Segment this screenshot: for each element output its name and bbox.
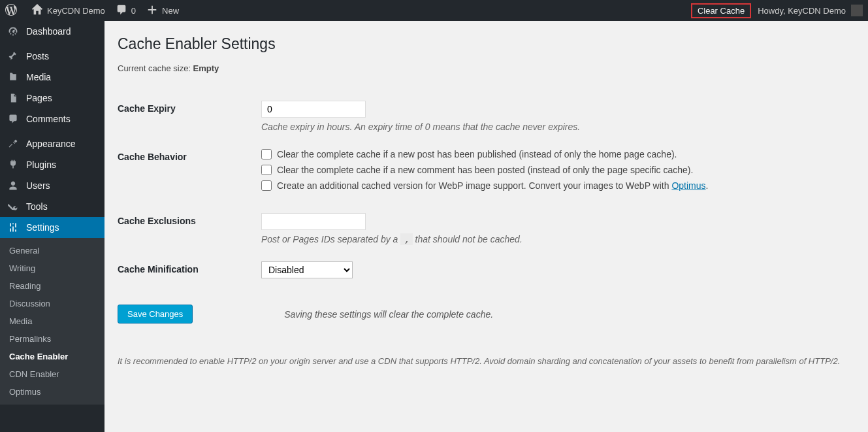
sidebar-item-pages[interactable]: Pages — [0, 88, 104, 108]
minification-label: Cache Minification — [118, 258, 261, 291]
exclusions-input[interactable] — [261, 213, 366, 230]
home-icon — [31, 4, 43, 18]
sidebar-item-label: Comments — [26, 114, 71, 124]
sidebar-item-label: Tools — [26, 201, 48, 212]
submenu-cache-enabler[interactable]: Cache Enabler — [0, 348, 104, 365]
avatar — [851, 5, 863, 16]
exclusions-desc: Post or Pages IDs separated by a , that … — [261, 234, 848, 244]
behavior-checkbox-1[interactable] — [261, 149, 272, 159]
page-icon — [8, 93, 21, 103]
behavior-checkbox-3[interactable] — [261, 180, 272, 191]
settings-submenu: General Writing Reading Discussion Media… — [0, 238, 104, 405]
submenu-cdn-enabler[interactable]: CDN Enabler — [0, 365, 104, 383]
tools-icon — [8, 201, 21, 212]
new-label: New — [162, 6, 179, 16]
exclusions-label: Cache Exclusions — [118, 209, 261, 258]
submenu-general[interactable]: General — [0, 242, 104, 259]
submenu-permalinks[interactable]: Permalinks — [0, 330, 104, 348]
main-content: Cache Enabler Settings Current cache siz… — [104, 21, 868, 432]
site-name-link[interactable]: KeyCDN Demo — [26, 0, 110, 21]
optimus-link[interactable]: Optimus — [671, 180, 705, 191]
cache-size-text: Current cache size: Empty — [118, 63, 855, 73]
behavior-label: Cache Behavior — [118, 145, 261, 209]
user-icon — [8, 180, 21, 191]
wp-logo[interactable] — [0, 0, 26, 21]
sidebar-item-tools[interactable]: Tools — [0, 196, 104, 217]
submenu-reading[interactable]: Reading — [0, 277, 104, 295]
account-link[interactable]: Howdy, KeyCDN Demo — [758, 5, 863, 16]
expiry-input[interactable] — [261, 101, 366, 118]
media-icon — [8, 72, 21, 82]
comment-icon — [8, 114, 21, 124]
behavior-checkbox-2[interactable] — [261, 165, 272, 175]
sidebar-item-dashboard[interactable]: Dashboard — [0, 21, 104, 42]
expiry-desc: Cache expiry in hours. An expiry time of… — [261, 122, 848, 132]
sidebar-item-comments[interactable]: Comments — [0, 108, 104, 129]
footer-note: It is recommended to enable HTTP/2 on yo… — [118, 356, 855, 366]
sidebar-item-label: Appearance — [26, 139, 76, 149]
plugin-icon — [8, 159, 21, 170]
minification-select[interactable]: Disabled — [261, 261, 353, 278]
site-name: KeyCDN Demo — [47, 6, 105, 16]
submenu-media[interactable]: Media — [0, 312, 104, 330]
submenu-discussion[interactable]: Discussion — [0, 295, 104, 312]
sidebar-item-users[interactable]: Users — [0, 175, 104, 196]
comment-icon — [116, 4, 127, 18]
sidebar-item-media[interactable]: Media — [0, 67, 104, 88]
settings-icon — [8, 222, 21, 233]
sidebar-item-settings[interactable]: Settings — [0, 217, 104, 238]
sidebar-item-appearance[interactable]: Appearance — [0, 133, 104, 154]
behavior-cb1-label: Clear the complete cache if a new post h… — [277, 149, 677, 159]
submenu-optimus[interactable]: Optimus — [0, 383, 104, 401]
behavior-cb3-label: Create an additional cached version for … — [277, 180, 708, 191]
admin-sidebar: Dashboard Posts Media Pages Comments App… — [0, 21, 104, 432]
sidebar-item-label: Plugins — [26, 159, 56, 170]
submenu-writing[interactable]: Writing — [0, 259, 104, 277]
page-title: Cache Enabler Settings — [118, 35, 855, 53]
pin-icon — [8, 51, 21, 61]
sidebar-item-label: Posts — [26, 51, 49, 61]
new-link[interactable]: New — [141, 0, 184, 21]
sidebar-item-plugins[interactable]: Plugins — [0, 154, 104, 175]
appearance-icon — [8, 139, 21, 149]
sidebar-item-label: Media — [26, 72, 51, 82]
wordpress-icon — [5, 4, 17, 18]
comments-link[interactable]: 0 — [110, 0, 141, 21]
expiry-label: Cache Expiry — [118, 97, 261, 145]
sidebar-item-label: Settings — [26, 222, 59, 233]
comments-count: 0 — [131, 6, 136, 16]
sidebar-item-label: Users — [26, 180, 50, 191]
plus-icon — [146, 4, 158, 18]
sidebar-item-label: Pages — [26, 93, 52, 103]
sidebar-item-posts[interactable]: Posts — [0, 46, 104, 67]
admin-bar: KeyCDN Demo 0 New Clear Cache Howdy, Key… — [0, 0, 868, 21]
save-desc: Saving these settings will clear the com… — [284, 309, 493, 320]
howdy-text: Howdy, KeyCDN Demo — [758, 6, 846, 16]
behavior-cb2-label: Clear the complete cache if a new commen… — [277, 165, 693, 175]
sidebar-item-label: Dashboard — [26, 26, 71, 37]
save-changes-button[interactable]: Save Changes — [118, 305, 193, 324]
clear-cache-button[interactable]: Clear Cache — [691, 3, 751, 18]
dashboard-icon — [8, 26, 21, 37]
